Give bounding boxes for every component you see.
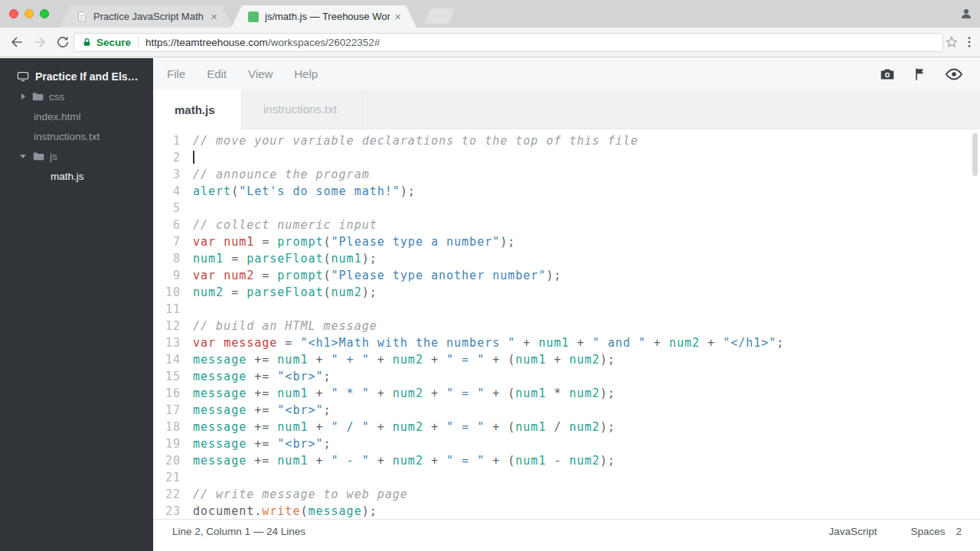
code-token: ); <box>362 504 377 518</box>
code-line[interactable]: 7var num1 = prompt("Please type a number… <box>153 233 980 250</box>
reload-icon[interactable] <box>55 34 70 50</box>
chevron-right-icon <box>21 93 25 99</box>
code-line[interactable]: 21 <box>153 469 980 486</box>
code-token: " * " <box>332 386 370 400</box>
code-token: num1 <box>515 420 546 434</box>
close-tab-icon[interactable]: × <box>211 11 217 22</box>
code-token: . <box>254 504 262 518</box>
workspace-app: Practice If and Els… css index.html inst… <box>0 58 980 551</box>
line-number: 10 <box>153 284 181 301</box>
code-line[interactable]: 11 <box>153 301 980 318</box>
address-bar[interactable]: Secure https://teamtreehouse.com /worksp… <box>74 33 943 52</box>
close-window-button[interactable] <box>9 9 18 18</box>
line-number: 2 <box>153 149 181 166</box>
editor-tab-math-js[interactable]: math.js <box>153 90 241 129</box>
sidebar-item-label: instructions.txt <box>34 131 100 142</box>
code-line[interactable]: 2 <box>153 149 980 166</box>
line-number: 13 <box>153 334 181 351</box>
code-line[interactable]: 10num2 = parseFloat(num2); <box>153 284 980 301</box>
sidebar-item-instructions-txt[interactable]: instructions.txt <box>0 126 153 146</box>
sidebar-item-math-js[interactable]: math.js <box>0 166 153 186</box>
back-icon[interactable] <box>9 34 24 50</box>
code-line[interactable]: 9var num2 = prompt("Please type another … <box>153 267 980 284</box>
camera-icon[interactable] <box>879 66 896 83</box>
code-token: + <box>308 386 331 400</box>
forward-icon[interactable] <box>32 34 47 50</box>
code-editor[interactable]: 1// move your variable declarations to t… <box>153 129 980 519</box>
code-content: message += num1 + " + " + num2 + " = " +… <box>193 351 616 368</box>
code-token: "<h1>Math with the numbers " <box>300 336 515 350</box>
zoom-window-button[interactable] <box>40 9 49 18</box>
browser-tab-treehouse-workspace[interactable]: js/math.js — Treehouse Works × <box>231 5 416 28</box>
close-tab-icon[interactable]: × <box>394 11 401 22</box>
project-root-item[interactable]: Practice If and Els… <box>0 67 153 86</box>
code-token: num1 <box>515 386 546 400</box>
document-favicon-icon <box>77 11 87 22</box>
code-line[interactable]: 12// build an HTML message <box>153 318 980 334</box>
code-token: + <box>370 353 393 367</box>
code-token: ); <box>600 386 616 400</box>
code-line[interactable]: 17message += "<br>"; <box>153 402 980 419</box>
code-token: num2 <box>570 454 600 468</box>
sidebar-item-css[interactable]: css <box>0 86 153 106</box>
code-content: num1 = parseFloat(num1); <box>193 250 377 267</box>
bookmark-star-icon[interactable] <box>945 35 959 52</box>
code-line[interactable]: 3// announce the program <box>153 166 980 183</box>
code-line[interactable]: 8num1 = parseFloat(num1); <box>153 250 980 267</box>
code-token: // build an HTML message <box>193 319 377 333</box>
code-line[interactable]: 16message += num1 + " * " + num2 + " = "… <box>153 385 980 402</box>
code-line[interactable]: 6// collect numeric input <box>153 217 980 233</box>
code-line[interactable]: 22// write message to web page <box>153 486 980 503</box>
monitor-icon <box>17 71 29 82</box>
code-content: message += num1 + " - " + num2 + " = " +… <box>193 452 616 469</box>
menu-view[interactable]: View <box>248 67 273 80</box>
menu-edit[interactable]: Edit <box>207 67 227 80</box>
sidebar-item-index-html[interactable]: index.html <box>0 106 153 126</box>
code-line[interactable]: 15message += "<br>"; <box>153 368 980 385</box>
menu-help[interactable]: Help <box>294 67 318 80</box>
code-token: // move your variable declarations to th… <box>193 134 639 148</box>
code-token: + <box>423 353 446 367</box>
new-tab-button[interactable] <box>424 8 456 24</box>
profile-icon[interactable] <box>959 7 973 21</box>
code-token: + <box>423 386 446 400</box>
code-token: " = " <box>446 353 485 367</box>
code-line[interactable]: 20message += num1 + " - " + num2 + " = "… <box>153 452 980 469</box>
browser-tab-practice-js-math[interactable]: Practice JavaScript Math × <box>60 5 233 28</box>
code-line[interactable]: 18message += num1 + " / " + num2 + " = "… <box>153 419 980 435</box>
code-line[interactable]: 14message += num1 + " + " + num2 + " = "… <box>153 351 980 368</box>
code-line[interactable]: 4alert("Let's do some math!"); <box>153 183 980 200</box>
line-number: 20 <box>153 452 181 469</box>
code-token: "Let's do some math!" <box>239 184 400 198</box>
scrollbar-thumb[interactable] <box>972 133 978 176</box>
language-status: JavaScript <box>828 526 877 551</box>
line-number: 8 <box>153 250 181 267</box>
code-token: + <box>423 454 446 468</box>
sidebar-item-js[interactable]: js <box>0 146 153 166</box>
code-token: = <box>277 336 300 350</box>
code-token: // write message to web page <box>193 487 408 501</box>
lock-icon <box>82 37 92 47</box>
code-line[interactable]: 5 <box>153 200 980 217</box>
code-line[interactable]: 1// move your variable declarations to t… <box>153 132 980 149</box>
code-token: + <box>700 336 723 350</box>
code-token: parseFloat <box>247 285 323 299</box>
code-token: + <box>546 353 569 367</box>
eye-preview-icon[interactable] <box>945 65 963 83</box>
code-line[interactable]: 19message += "<br>"; <box>153 435 980 452</box>
minimize-window-button[interactable] <box>24 9 34 18</box>
code-line[interactable]: 13var message = "<h1>Math with the numbe… <box>153 334 980 351</box>
menu-file[interactable]: File <box>167 67 185 80</box>
browser-menu-icon[interactable] <box>962 35 976 52</box>
code-token: num2 <box>669 336 700 350</box>
code-token: num1 <box>277 386 308 400</box>
code-token: num2 <box>393 420 423 434</box>
url-path: /workspaces/26022352# <box>268 37 380 48</box>
line-number: 7 <box>153 233 181 250</box>
flag-icon[interactable] <box>913 67 928 82</box>
indent-size-status: 2 <box>956 526 962 551</box>
code-token: + <box>423 420 446 434</box>
editor-tab-instructions-txt[interactable]: instructions.txt <box>241 90 362 129</box>
code-line[interactable]: 23document.write(message); <box>153 503 980 519</box>
code-token: += <box>247 353 277 367</box>
